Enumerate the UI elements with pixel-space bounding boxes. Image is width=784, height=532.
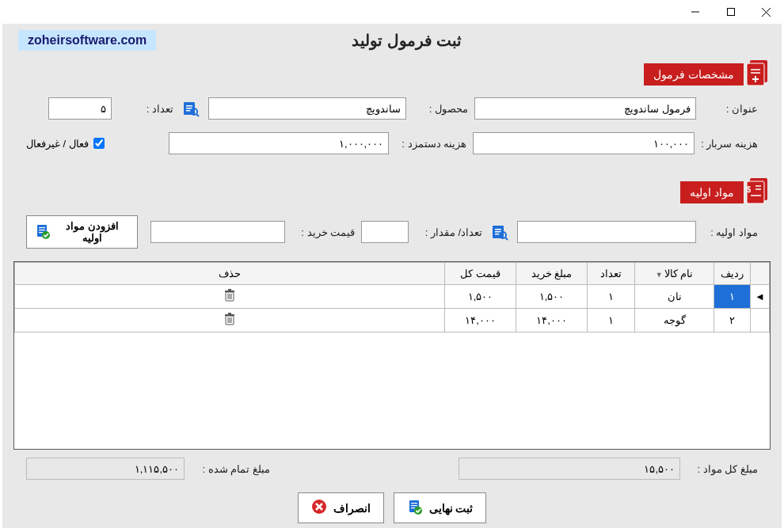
cell-buy: ۱۴,۰۰۰ bbox=[516, 309, 588, 332]
product-search-icon[interactable] bbox=[180, 97, 202, 120]
cell-total: ۱۴,۰۰۰ bbox=[445, 309, 516, 332]
title-label: عنوان : bbox=[702, 103, 758, 115]
materials-table: ردیف نام کالا▼ تعداد مبلغ خرید قیمت کل ح… bbox=[13, 261, 771, 450]
minimize-button[interactable] bbox=[677, 0, 713, 24]
title-input[interactable] bbox=[474, 97, 696, 120]
svg-rect-1 bbox=[727, 9, 734, 16]
col-name-header[interactable]: نام کالا▼ bbox=[635, 263, 714, 285]
trash-icon[interactable] bbox=[224, 289, 235, 302]
svg-point-32 bbox=[42, 231, 50, 239]
svg-rect-40 bbox=[225, 314, 234, 316]
material-input[interactable] bbox=[517, 221, 696, 243]
content-area: ثبت فرمول تولید zoheirsoftware.com مشخصا… bbox=[2, 24, 782, 528]
col-buy-header[interactable]: مبلغ خرید bbox=[516, 263, 588, 285]
sort-desc-icon: ▼ bbox=[656, 271, 663, 279]
active-checkbox[interactable] bbox=[93, 138, 105, 149]
buy-price-input[interactable] bbox=[150, 221, 285, 243]
active-label: فعال / غیرفعال bbox=[26, 138, 89, 150]
app-window: ثبت فرمول تولید zoheirsoftware.com مشخصا… bbox=[0, 0, 784, 532]
svg-rect-35 bbox=[228, 289, 231, 291]
final-cost-output bbox=[26, 458, 185, 480]
svg-rect-47 bbox=[411, 505, 417, 506]
svg-rect-29 bbox=[39, 227, 45, 228]
svg-rect-46 bbox=[411, 503, 417, 504]
count-input[interactable] bbox=[48, 97, 112, 120]
svg-rect-48 bbox=[411, 507, 415, 508]
page-title: ثبت فرمول تولید bbox=[352, 31, 462, 50]
total-materials-label: مبلغ کل مواد : bbox=[687, 463, 758, 475]
cell-qty: ۱ bbox=[588, 285, 635, 309]
col-total-header[interactable]: قیمت کل bbox=[445, 263, 516, 285]
product-label: محصول : bbox=[413, 103, 468, 115]
final-cost-label: مبلغ تمام شده : bbox=[191, 463, 270, 475]
cell-delete bbox=[15, 309, 445, 332]
add-material-label: افزودن مواد اولیه bbox=[55, 220, 129, 244]
svg-line-27 bbox=[505, 238, 508, 240]
count-label: تعداد : bbox=[118, 103, 173, 115]
svg-rect-41 bbox=[228, 313, 231, 314]
clipboard-check-icon bbox=[407, 499, 423, 517]
cancel-x-icon bbox=[311, 499, 327, 517]
material-label: مواد اولیه : bbox=[702, 226, 758, 238]
svg-line-15 bbox=[196, 114, 199, 116]
wage-input[interactable] bbox=[169, 132, 389, 154]
cell-qty: ۱ bbox=[588, 309, 635, 332]
row-selector-header bbox=[751, 263, 770, 285]
trash-icon[interactable] bbox=[224, 313, 235, 325]
cell-name: نان bbox=[635, 285, 714, 309]
materials-doc-icon: $ bbox=[744, 175, 772, 209]
submit-button[interactable]: ثبت نهایی bbox=[394, 492, 487, 523]
wage-label: هزینه دستمزد : bbox=[395, 138, 466, 150]
cell-idx: ۱ bbox=[714, 285, 751, 309]
qty-amount-input[interactable] bbox=[361, 221, 409, 243]
svg-text:$: $ bbox=[746, 185, 751, 194]
total-materials-output bbox=[459, 458, 680, 480]
cell-idx: ۲ bbox=[714, 309, 751, 332]
overhead-input[interactable] bbox=[473, 132, 695, 154]
cell-total: ۱,۵۰۰ bbox=[445, 285, 516, 309]
cancel-label: انصراف bbox=[333, 502, 371, 515]
col-del-header[interactable]: حذف bbox=[15, 263, 445, 285]
clipboard-check-icon bbox=[35, 223, 51, 241]
svg-point-49 bbox=[414, 507, 422, 515]
row-selector: ◄ bbox=[751, 285, 770, 309]
cancel-button[interactable]: انصراف bbox=[298, 492, 384, 523]
svg-rect-23 bbox=[495, 229, 501, 230]
product-input[interactable] bbox=[208, 97, 406, 120]
table-row[interactable]: ۲گوجه۱۱۴,۰۰۰۱۴,۰۰۰ bbox=[15, 309, 770, 332]
svg-rect-30 bbox=[39, 230, 45, 230]
cell-delete bbox=[15, 285, 445, 309]
material-search-icon[interactable] bbox=[489, 221, 511, 243]
overhead-label: هزینه سربار : bbox=[701, 138, 758, 150]
svg-rect-34 bbox=[225, 291, 234, 292]
section-spec-tag: مشخصات فرمول bbox=[644, 63, 744, 86]
close-button[interactable] bbox=[748, 0, 784, 24]
titlebar bbox=[0, 0, 784, 24]
qty-amount-label: تعداد/ مقدار : bbox=[415, 226, 482, 238]
submit-label: ثبت نهایی bbox=[429, 502, 474, 515]
section-materials-tag: مواد اولیه bbox=[680, 181, 744, 203]
col-idx-header[interactable]: ردیف bbox=[714, 263, 751, 285]
col-qty-header[interactable]: تعداد bbox=[588, 263, 635, 285]
table-row[interactable]: ◄۱نان۱۱,۵۰۰۱,۵۰۰ bbox=[15, 285, 770, 309]
cell-buy: ۱,۵۰۰ bbox=[516, 285, 588, 309]
brand-label: zoheirsoftware.com bbox=[18, 30, 156, 51]
svg-rect-11 bbox=[186, 105, 192, 107]
row-selector bbox=[751, 309, 770, 332]
cell-name: گوجه bbox=[635, 309, 714, 332]
buy-price-label: قیمت خرید : bbox=[291, 226, 355, 238]
maximize-button[interactable] bbox=[713, 0, 748, 24]
spec-doc-icon bbox=[744, 57, 772, 91]
add-material-button[interactable]: افزودن مواد اولیه bbox=[26, 215, 138, 249]
svg-rect-31 bbox=[39, 232, 43, 233]
